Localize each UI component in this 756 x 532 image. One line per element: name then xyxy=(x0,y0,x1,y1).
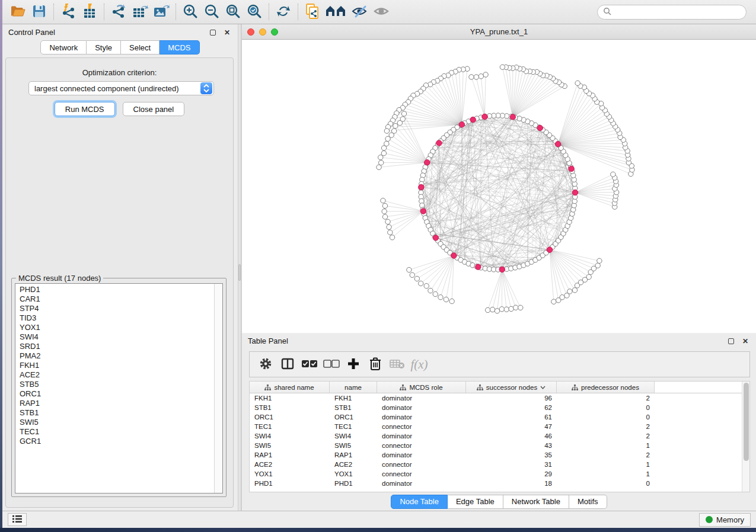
export-table-button[interactable] xyxy=(129,2,151,22)
task-history-button[interactable] xyxy=(8,513,27,526)
cell-MCDS-role: dominator xyxy=(377,451,466,459)
tab-select[interactable]: Select xyxy=(121,40,160,55)
run-mcds-button[interactable]: Run MCDS xyxy=(55,102,115,116)
mcds-result-item[interactable]: SWI4 xyxy=(20,332,214,342)
memory-button[interactable]: Memory xyxy=(699,513,751,527)
mcds-result-item[interactable]: TID3 xyxy=(20,313,214,323)
table-scrollbar-thumb[interactable] xyxy=(744,383,749,461)
network-graph[interactable] xyxy=(242,40,756,333)
mcds-result-item[interactable]: RAP1 xyxy=(20,399,214,408)
column-header-shared-name[interactable]: shared name xyxy=(250,382,330,393)
table-row[interactable]: TEC1TEC1connector472 xyxy=(250,422,742,431)
table-row[interactable]: ACE2ACE2connector311 xyxy=(250,460,742,469)
tab-mcds[interactable]: MCDS xyxy=(160,40,199,55)
table-row[interactable]: RAP1RAP1dominator352 xyxy=(250,450,742,460)
export-network-button[interactable] xyxy=(108,2,129,22)
table-row[interactable]: SWI5SWI5connector431 xyxy=(250,441,742,450)
table-scrollbar[interactable] xyxy=(742,382,749,492)
show-all-button[interactable] xyxy=(371,2,392,22)
import-table-button[interactable] xyxy=(79,2,100,22)
new-network-from-selection-button[interactable] xyxy=(302,2,323,22)
table-row[interactable]: YOX1YOX1connector291 xyxy=(250,469,742,479)
table-settings-button[interactable] xyxy=(257,355,275,373)
mcds-result-item[interactable]: YOX1 xyxy=(20,323,214,332)
mcds-result-item[interactable]: CAR1 xyxy=(20,294,214,304)
column-header-predecessor-nodes[interactable]: predecessor nodes xyxy=(557,382,655,393)
checked-boxes-icon xyxy=(301,359,318,370)
hierarchy-icon xyxy=(477,384,483,390)
mcds-result-item[interactable]: FKH1 xyxy=(20,361,214,370)
export-network-icon xyxy=(110,4,127,21)
show-columns-button[interactable] xyxy=(279,355,296,373)
mcds-result-item[interactable]: STB1 xyxy=(20,408,214,418)
mcds-list-scrollbar[interactable] xyxy=(214,284,222,493)
delete-table-button[interactable] xyxy=(388,355,406,373)
deselect-all-columns-button[interactable] xyxy=(323,355,340,373)
tab-style[interactable]: Style xyxy=(87,40,121,55)
refresh-button[interactable] xyxy=(273,2,294,22)
tab-edge-table[interactable]: Edge Table xyxy=(448,495,503,509)
mcds-result-item[interactable]: STP4 xyxy=(20,304,214,313)
vertical-splitter[interactable] xyxy=(238,24,241,511)
import-network-button[interactable] xyxy=(58,2,79,22)
float-panel-button[interactable] xyxy=(208,28,218,37)
zoom-in-icon xyxy=(183,4,198,21)
mcds-result-item[interactable]: ORC1 xyxy=(20,389,214,399)
tab-node-table[interactable]: Node Table xyxy=(391,495,448,509)
first-neighbors-button[interactable] xyxy=(323,2,349,22)
close-panel-button[interactable]: ✕ xyxy=(222,28,232,37)
mcds-result-item[interactable]: GCR1 xyxy=(20,437,214,446)
mcds-result-item[interactable]: STB5 xyxy=(20,380,214,389)
splitter-grip[interactable] xyxy=(238,264,241,281)
cell-name: STB1 xyxy=(330,404,377,411)
mcds-result-item[interactable]: ACE2 xyxy=(20,370,214,380)
search-field[interactable] xyxy=(597,5,747,20)
table-row[interactable]: ORC1ORC1dominator610 xyxy=(250,412,742,422)
function-builder-button[interactable]: f(x) xyxy=(410,355,428,373)
mcds-result-item[interactable]: TEC1 xyxy=(20,427,214,437)
mcds-result-list[interactable]: PHD1CAR1STP4TID3YOX1SWI4SRD1PMA2FKH1ACE2… xyxy=(15,283,223,493)
maximize-window-icon[interactable] xyxy=(271,28,278,36)
zoom-out-button[interactable] xyxy=(201,2,222,22)
hierarchy-icon xyxy=(264,384,271,390)
delete-column-button[interactable] xyxy=(366,355,384,373)
cell-MCDS-role: dominator xyxy=(377,404,466,411)
create-column-button[interactable] xyxy=(344,355,362,373)
column-header-name[interactable]: name xyxy=(330,382,377,393)
select-all-columns-button[interactable] xyxy=(301,355,318,373)
save-session-button[interactable] xyxy=(28,2,50,22)
table-row[interactable]: PHD1PHD1dominator180 xyxy=(250,479,742,488)
table-row[interactable]: STB1STB1dominator620 xyxy=(250,403,742,412)
zoom-fit-button[interactable] xyxy=(222,2,244,22)
float-table-panel-button[interactable] xyxy=(726,336,736,346)
cell-MCDS-role: connector xyxy=(377,423,466,430)
close-table-panel-button[interactable]: ✕ xyxy=(741,336,750,346)
open-folder-icon xyxy=(10,4,26,20)
mcds-tab-panel: Optimization criterion: largest connecte… xyxy=(5,57,234,508)
search-input[interactable] xyxy=(615,8,741,16)
export-image-button[interactable] xyxy=(151,2,172,22)
tab-network-table[interactable]: Network Table xyxy=(503,495,569,509)
import-network-icon xyxy=(60,4,76,21)
tab-network[interactable]: Network xyxy=(40,40,87,55)
zoom-selected-button[interactable] xyxy=(244,2,265,22)
minimize-window-icon[interactable] xyxy=(259,28,266,36)
table-row[interactable]: FKH1FKH1dominator962 xyxy=(250,393,742,403)
mcds-result-item[interactable]: PHD1 xyxy=(20,285,214,294)
column-header-successor-nodes[interactable]: successor nodes xyxy=(466,382,557,393)
open-folder-button[interactable] xyxy=(7,2,28,22)
table-row[interactable]: SWI4SWI4dominator462 xyxy=(250,431,742,441)
mcds-result-item[interactable]: SWI5 xyxy=(20,418,214,427)
toolbar-separator xyxy=(298,4,298,20)
mcds-result-item[interactable]: SRD1 xyxy=(20,342,214,351)
optimization-criterion-select[interactable]: largest connected component (undirected) xyxy=(28,81,214,95)
mcds-result-item[interactable]: PMA2 xyxy=(20,351,214,361)
hide-selected-button[interactable] xyxy=(349,2,371,22)
close-window-icon[interactable] xyxy=(247,28,254,36)
close-panel-button-mcds[interactable]: Close panel xyxy=(123,102,185,116)
zoom-in-button[interactable] xyxy=(180,2,201,22)
network-view-canvas[interactable] xyxy=(242,40,756,333)
tab-motifs[interactable]: Motifs xyxy=(569,495,607,509)
plus-icon xyxy=(346,357,361,373)
column-header-MCDS-role[interactable]: MCDS role xyxy=(377,382,466,393)
